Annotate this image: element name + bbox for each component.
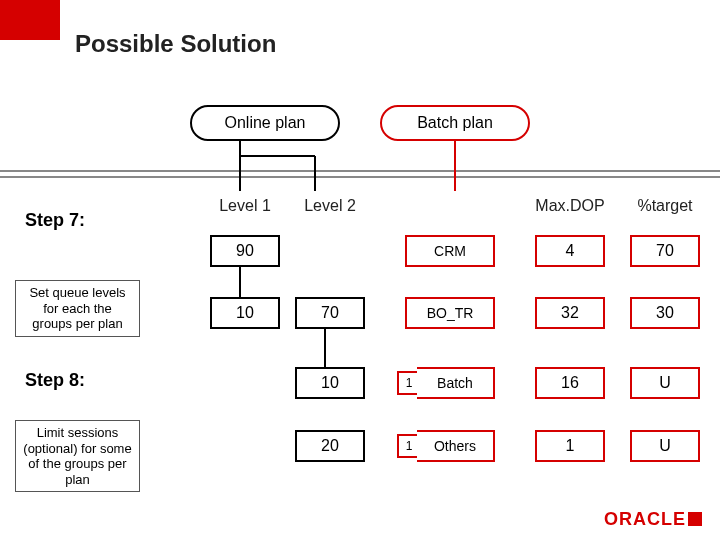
divider-line — [0, 170, 720, 172]
crm-maxdop: 4 — [535, 235, 605, 267]
step8-label: Step 8: — [25, 370, 85, 391]
batch-maxdop: 16 — [535, 367, 605, 399]
batch-tag: Batch — [417, 367, 495, 399]
others-target: U — [630, 430, 700, 462]
crm-tag: CRM — [405, 235, 495, 267]
level1-label: Level 1 — [205, 197, 285, 215]
page-title: Possible Solution — [75, 30, 276, 58]
crm-level1: 90 — [210, 235, 280, 267]
step7-label: Step 7: — [25, 210, 85, 231]
botr-target: 30 — [630, 297, 700, 329]
botr-level1: 10 — [210, 297, 280, 329]
botr-maxdop: 32 — [535, 297, 605, 329]
batch-target: U — [630, 367, 700, 399]
logo-icon — [688, 512, 702, 526]
others-maxdop: 1 — [535, 430, 605, 462]
botr-level2: 70 — [295, 297, 365, 329]
brand-block — [0, 0, 60, 40]
crm-target: 70 — [630, 235, 700, 267]
connector-icon — [315, 329, 335, 430]
level2-label: Level 2 — [290, 197, 370, 215]
connector-icon — [230, 267, 250, 297]
connector-icon — [440, 141, 480, 201]
divider-line — [0, 176, 720, 178]
others-tag: Others — [417, 430, 495, 462]
note-limit: Limit sessions (optional) for some of th… — [15, 420, 140, 492]
target-header: %target — [630, 197, 700, 215]
others-level2: 20 — [295, 430, 365, 462]
logo-text: ORACLE — [604, 509, 686, 529]
online-plan-box: Online plan — [190, 105, 340, 141]
oracle-logo: ORACLE — [604, 509, 702, 530]
botr-tag: BO_TR — [405, 297, 495, 329]
batch-plan-box: Batch plan — [380, 105, 530, 141]
note-queue: Set queue levels for each the groups per… — [15, 280, 140, 337]
connector-icon — [200, 141, 340, 201]
maxdop-header: Max.DOP — [525, 197, 615, 215]
